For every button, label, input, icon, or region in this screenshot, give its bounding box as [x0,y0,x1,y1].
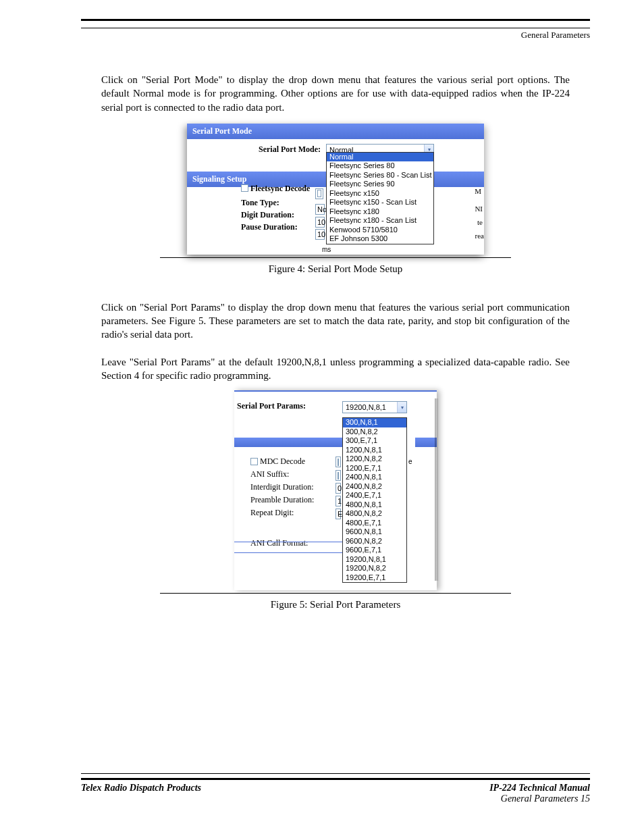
figure-caption-2: Figure 5: Serial Port Parameters [81,599,590,610]
dropdown-item[interactable]: 4800,N,8,1 [343,500,406,510]
header-topic-wrap: General Parameters [81,28,590,41]
dropdown-item[interactable]: Fleetsync x180 [327,207,433,217]
dropdown-item[interactable]: 1200,N,8,2 [343,454,406,464]
clipped-ni: NI [475,205,483,213]
combo-value-params: 19200,N,8,1 [346,403,386,411]
dropdown-item[interactable]: EF Johnson 5300 [327,234,433,244]
dropdown-item[interactable]: 9600,E,7,1 [343,546,406,555]
dropdown-item[interactable]: Fleetsync Series 80 [327,161,433,171]
body-paragraph-1: Click on "Serial Port Mode" to display t… [101,73,570,114]
dropdown-item[interactable]: 9600,N,8,1 [343,527,406,537]
panel-header-serial-port-mode: Serial Port Mode [187,124,484,139]
panel-header-fragment-left [234,438,342,447]
dropdown-item[interactable]: 19200,E,7,1 [343,573,406,583]
dropdown-item[interactable]: 4800,E,7,1 [343,519,406,528]
dropdown-item[interactable]: Normal [327,153,433,162]
figure-rule-1 [160,257,511,258]
footer-left: Telex Radio Dispatch Products [81,783,201,804]
label-ani-suffix: ANI Suffix: [250,468,314,481]
input-fragment-repeat[interactable]: E [336,509,341,519]
input-fragment-interdigit[interactable]: 0 [336,483,341,494]
checkbox-fragment[interactable] [317,190,321,197]
dropdown-item[interactable]: Fleetsync x150 - Scan List [327,198,433,207]
dropdown-serial-port-mode[interactable]: Normal Fleetsync Series 80 Fleetsync Ser… [326,152,434,244]
input-fragment-digit[interactable]: 10 [315,217,325,228]
dropdown-item[interactable]: 2400,E,7,1 [343,491,406,500]
label-mdc-decode: MDC Decode [260,457,305,467]
body-paragraph-2a: Click on "Serial Port Params" to display… [101,301,570,342]
checkbox-fleetsync-decode[interactable] [241,184,248,192]
label-serial-port-params: Serial Port Params: [237,401,342,411]
footer-title: IP-224 Technical Manual [489,783,590,793]
input-fragment-pause[interactable]: 10 [315,229,325,240]
checkbox-fragment[interactable] [338,472,339,479]
dropdown-item[interactable]: 300,N,8,1 [343,418,406,427]
dropdown-item[interactable]: 1200,N,8,1 [343,446,406,455]
clipped-rea: rea [475,232,484,240]
label-repeat-digit: Repeat Digit: [250,506,314,519]
figure-caption-1: Figure 4: Serial Port Mode Setup [81,263,590,275]
label-interdigit-duration: Interdigit Duration: [250,481,314,494]
dropdown-item[interactable]: 300,N,8,2 [343,427,406,437]
dropdown-item[interactable]: 19200,N,8,1 [343,555,406,565]
checkbox-mdc-decode[interactable] [250,458,258,465]
dropdown-item[interactable]: 19200,N,8,2 [343,564,406,573]
clipped-te: te [477,218,483,226]
figure-serial-port-params: Serial Port Params: 19200,N,8,1 ▾ 300,N,… [234,390,437,590]
checkbox-fragment[interactable] [338,459,339,466]
label-digit-duration: Digit Duration: [241,210,310,222]
dropdown-item[interactable]: Fleetsync Series 90 [327,180,433,189]
dropdown-item[interactable]: 300,E,7,1 [343,436,406,446]
label-ani-call-format: ANI Call Format: [250,537,314,550]
panel-header-fragment-right [415,438,437,447]
clipped-m: M [475,187,481,195]
header-topic: General Parameters [521,30,590,40]
dropdown-item[interactable]: 2400,N,8,2 [343,482,406,492]
label-fleetsync-decode: Fleetsync Decode [250,184,310,193]
dropdown-item[interactable]: Kenwood 5710/5810 [327,226,433,235]
clipped-e: e [408,458,412,465]
figure-rule-2 [160,593,511,594]
dropdown-item[interactable]: 4800,N,8,2 [343,509,406,519]
combo-serial-port-params[interactable]: 19200,N,8,1 ▾ [342,401,407,413]
unit-ms-fragment: ms [322,246,331,253]
figure-serial-port-mode: Serial Port Mode Serial Port Mode: Norma… [187,124,484,255]
body-paragraph-2b: Leave "Serial Port Params" at the defaul… [101,355,570,383]
input-fragment-tone[interactable]: No [315,204,325,215]
dropdown-item[interactable]: Fleetsync x180 - Scan List [327,216,433,226]
page-footer: Telex Radio Dispatch Products IP-224 Tec… [81,773,590,804]
dropdown-item[interactable]: Fleetsync x150 [327,189,433,199]
dropdown-serial-port-params[interactable]: 300,N,8,1 300,N,8,2 300,E,7,1 1200,N,8,1… [342,417,407,583]
chevron-down-icon[interactable]: ▾ [397,402,406,413]
dropdown-item[interactable]: 2400,N,8,1 [343,473,406,482]
label-preamble-duration: Preamble Duration: [250,494,314,506]
label-serial-port-mode: Serial Port Mode: [187,145,326,155]
dropdown-item[interactable]: Fleetsync Series 80 - Scan List [327,171,433,180]
dropdown-item[interactable]: 1200,E,7,1 [343,464,406,473]
footer-page: General Parameters 15 [501,793,590,804]
input-fragment-preamble[interactable]: 1 [336,496,341,506]
label-tone-type: Tone Type: [241,198,310,210]
dropdown-item[interactable]: 9600,N,8,2 [343,537,406,546]
label-pause-duration: Pause Duration: [241,222,310,234]
